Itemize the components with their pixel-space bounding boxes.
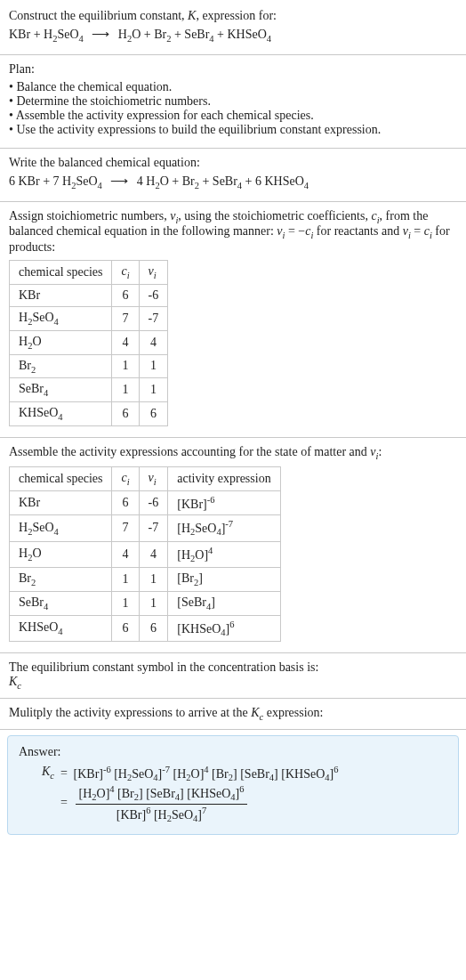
cell-ci: 1 — [112, 591, 139, 615]
balanced-heading: Write the balanced chemical equation: — [9, 156, 457, 170]
col-ci: ci — [112, 466, 139, 490]
cell-species: Br2 — [10, 568, 112, 592]
assign-text: Assign stoichiometric numbers, νi, using… — [9, 209, 457, 255]
prompt-text-b: , expression for: — [196, 9, 277, 22]
plan-item: Use the activity expressions to build th… — [9, 123, 457, 137]
coef: 7 — [53, 174, 60, 188]
table-row: SeBr4 1 1 [SeBr4] — [10, 591, 281, 615]
col-activity: activity expression — [168, 466, 280, 490]
answer-box: Answer: Kc = [KBr]-6 [H2SeO4]-7 [H2O]4 [… — [7, 735, 459, 835]
cell-ci: 7 — [112, 306, 139, 330]
cell-vi: -7 — [139, 515, 168, 541]
cell-species: KHSeO4 — [10, 402, 112, 426]
cell-vi: 4 — [139, 330, 168, 354]
cell-species: H2O — [10, 330, 112, 354]
cell-species: KHSeO4 — [10, 615, 112, 641]
kc-symbol-section: The equilibrium constant symbol in the c… — [0, 653, 466, 699]
kc-lhs: Kc — [42, 763, 54, 781]
cell-ci: 6 — [112, 284, 139, 306]
table-row: KBr 6 -6 [KBr]-6 — [10, 490, 281, 515]
plan-heading: Plan: — [9, 62, 457, 77]
activity-table: chemical species ci νi activity expressi… — [9, 466, 281, 642]
prompt-line1: Construct the equilibrium constant, K, e… — [9, 9, 457, 23]
product-3: SeBr4 — [213, 174, 242, 188]
col-vi: νi — [139, 466, 168, 490]
assign-section: Assign stoichiometric numbers, νi, using… — [0, 202, 466, 438]
cell-vi: -7 — [139, 306, 168, 330]
cell-activity: [H2O]4 — [168, 541, 280, 567]
col-vi: νi — [139, 261, 168, 285]
balanced-equation: 6 KBr + 7 H2SeO4 ⟶ 4 H2O + Br2 + SeBr4 +… — [9, 174, 457, 190]
cell-vi: 1 — [139, 568, 168, 592]
plan-item: Assemble the activity expression for eac… — [9, 109, 457, 123]
table-header-row: chemical species ci νi activity expressi… — [10, 466, 281, 490]
reactant-2: H2SeO4 — [62, 174, 102, 188]
activity-text: Assemble the activity expressions accoun… — [9, 445, 457, 461]
cell-species: KBr — [10, 490, 112, 515]
cell-vi: 6 — [139, 615, 168, 641]
table-row: KBr6-6 — [10, 284, 168, 306]
kc-symbol-text: The equilibrium constant symbol in the c… — [9, 660, 457, 675]
cell-ci: 4 — [112, 541, 139, 567]
kc-numerator: [H2O]4 [Br2] [SeBr4] [KHSeO4]6 — [76, 784, 248, 804]
cell-vi: -6 — [139, 284, 168, 306]
cell-ci: 7 — [112, 515, 139, 541]
col-ci: ci — [112, 261, 139, 285]
unbalanced-equation: KBr + H2SeO4 ⟶ H2O + Br2 + SeBr4 + KHSeO… — [9, 27, 457, 44]
product-2: Br2 — [154, 28, 171, 41]
cell-activity: [SeBr4] — [168, 591, 280, 615]
kc-line2: = [H2O]4 [Br2] [SeBr4] [KHSeO4]6 [KBr]6 … — [58, 784, 338, 823]
reaction-arrow-icon: ⟶ — [92, 27, 109, 42]
table-row: H2SeO47-7 — [10, 306, 168, 330]
cell-species: H2SeO4 — [10, 306, 112, 330]
table-row: Br2 1 1 [Br2] — [10, 568, 281, 592]
plan-list: Balance the chemical equation. Determine… — [9, 80, 457, 137]
cell-species: H2SeO4 — [10, 515, 112, 541]
cell-species: SeBr4 — [10, 378, 112, 402]
plan-section: Plan: Balance the chemical equation. Det… — [0, 55, 466, 149]
table-header-row: chemical species ci νi — [10, 261, 168, 285]
cell-ci: 4 — [112, 330, 139, 354]
cell-ci: 1 — [112, 354, 139, 378]
product-4: KHSeO4 — [228, 28, 272, 41]
reactant-1: KBr — [9, 28, 30, 41]
multiply-text: Mulitply the activity expressions to arr… — [9, 706, 457, 722]
table-row: H2O 4 4 [H2O]4 — [10, 541, 281, 567]
prompt-K: K — [188, 9, 196, 22]
plan-item: Balance the chemical equation. — [9, 80, 457, 94]
cell-ci: 1 — [112, 378, 139, 402]
col-species: chemical species — [10, 466, 112, 490]
cell-vi: 1 — [139, 354, 168, 378]
product-2: Br2 — [182, 174, 199, 188]
cell-activity: [KBr]-6 — [168, 490, 280, 515]
cell-ci: 6 — [112, 615, 139, 641]
cell-species: H2O — [10, 541, 112, 567]
cell-activity: [KHSeO4]6 — [168, 615, 280, 641]
cell-activity: [H2SeO4]-7 — [168, 515, 280, 541]
table-row: KHSeO466 — [10, 402, 168, 426]
cell-vi: -6 — [139, 490, 168, 515]
reactant-1: KBr — [19, 174, 40, 188]
product-3: SeBr4 — [184, 28, 213, 41]
coef: 4 — [137, 174, 143, 188]
reaction-arrow-icon: ⟶ — [110, 174, 128, 189]
table-row: KHSeO4 6 6 [KHSeO4]6 — [10, 615, 281, 641]
coef: 6 — [9, 174, 15, 188]
plan-item: Determine the stoichiometric numbers. — [9, 94, 457, 109]
cell-ci: 6 — [112, 490, 139, 515]
reactant-2: H2SeO4 — [44, 28, 84, 41]
coef: 6 — [255, 174, 261, 188]
answer-label: Answer: — [19, 745, 447, 759]
cell-activity: [Br2] — [168, 568, 280, 592]
product-1: H2O — [118, 28, 141, 41]
cell-ci: 6 — [112, 402, 139, 426]
multiply-section: Mulitply the activity expressions to arr… — [0, 699, 466, 730]
cell-vi: 1 — [139, 378, 168, 402]
cell-vi: 4 — [139, 541, 168, 567]
table-row: H2O44 — [10, 330, 168, 354]
product-1: H2O — [146, 174, 169, 188]
cell-vi: 1 — [139, 591, 168, 615]
table-row: H2SeO4 7 -7 [H2SeO4]-7 — [10, 515, 281, 541]
prompt-text-a: Construct the equilibrium constant, — [9, 9, 188, 22]
stoich-table: chemical species ci νi KBr6-6 H2SeO47-7 … — [9, 260, 168, 426]
